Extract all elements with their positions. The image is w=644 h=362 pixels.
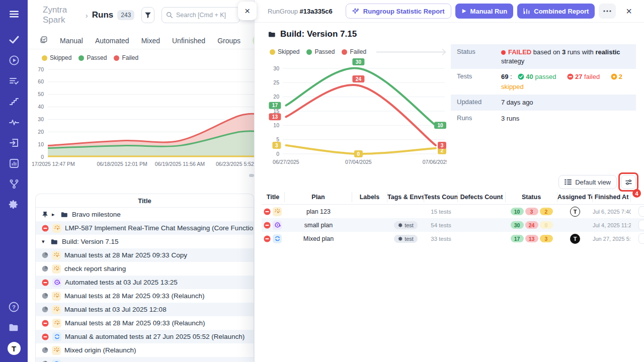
tag-pill[interactable]: test — [394, 235, 418, 243]
menu-icon[interactable] — [8, 8, 20, 20]
search-input[interactable] — [176, 12, 235, 19]
run-list-item[interactable]: check report sharing — [36, 262, 254, 276]
filter-button[interactable] — [141, 7, 154, 23]
svg-text:5: 5 — [276, 136, 279, 142]
failed-status-icon — [264, 208, 271, 215]
row-action-button[interactable] — [638, 206, 644, 217]
tab-manual[interactable]: Manual — [60, 37, 83, 45]
tests-label: Tests — [457, 72, 501, 91]
breadcrumb: Zyntra Spark › Runs 243 — [28, 0, 254, 30]
run-list-item[interactable]: Manual tests at 28 Mar 2025 09:33 Copy — [36, 248, 254, 262]
panel-close-button[interactable]: × — [623, 6, 635, 17]
steps-icon[interactable] — [8, 96, 20, 108]
tab-unfinished[interactable]: Unfinished — [172, 37, 205, 45]
automated-run-icon — [273, 221, 282, 230]
select-all-icon[interactable] — [40, 36, 48, 46]
tests-count: 54 tests — [424, 222, 458, 228]
run-list-item[interactable]: ▸Bravo milestone — [36, 208, 254, 221]
list-check-icon[interactable] — [8, 75, 20, 87]
plan-name[interactable]: plan 123 — [285, 208, 352, 215]
failed-pill: 24 — [525, 221, 538, 229]
legend-item-passed[interactable]: Passed — [78, 54, 107, 61]
svg-text:30: 30 — [273, 65, 279, 71]
column-header-status[interactable]: Status — [506, 192, 557, 202]
panel-close-left-button[interactable]: × — [238, 2, 257, 20]
table-row[interactable]: plan 12315 tests1032TJul 6, 2025 7:40 — [262, 205, 644, 218]
svg-text:10: 10 — [38, 141, 44, 147]
svg-text:3: 3 — [441, 143, 444, 148]
help-icon[interactable]: ? — [8, 301, 20, 313]
user-avatar[interactable]: T — [8, 342, 21, 355]
run-list-item[interactable]: Manual tests at 03 Jul 2025 12:08 — [36, 303, 254, 316]
folder-icon[interactable] — [8, 321, 20, 333]
bar-chart-icon[interactable] — [8, 157, 20, 169]
table-row[interactable]: Mixed plantest33 tests17133TJun 27, 2025… — [262, 232, 644, 245]
svg-text:30: 30 — [356, 59, 362, 65]
legend-item-failed[interactable]: Failed — [342, 48, 366, 55]
updated-label: Updated — [457, 98, 501, 107]
row-action-button[interactable] — [638, 233, 644, 244]
rungroup-details: Status FAILED based on 3 runs with reali… — [451, 44, 636, 126]
column-header-plan[interactable]: Plan — [285, 192, 352, 202]
detail-row-tests: Tests 69 : 40 passed 27 failed 2 skipped — [451, 69, 636, 95]
run-list-item[interactable]: Manual tests at 28 Mar 2025 09:33 (Relau… — [36, 289, 254, 303]
tab-groups[interactable]: Groups — [217, 37, 240, 45]
play-circle-icon[interactable] — [8, 54, 20, 66]
column-header-labels[interactable]: Labels — [352, 192, 387, 202]
svg-text:0: 0 — [357, 151, 360, 157]
pending-status-icon — [42, 347, 48, 353]
rungroup-label: RunGroup — [268, 8, 298, 15]
default-view-button[interactable]: Default view — [558, 175, 617, 189]
activity-icon[interactable] — [8, 116, 20, 128]
scrollbar-thumb[interactable] — [249, 174, 254, 177]
run-list-item[interactable]: Mixed origin (Relaunch) — [36, 343, 254, 357]
column-header-finished-at[interactable]: Finished At — [593, 192, 631, 202]
column-header-defects-count[interactable]: Defects Count — [458, 192, 506, 202]
folder-icon — [268, 30, 276, 39]
legend-item-passed[interactable]: Passed — [306, 48, 335, 55]
tag-pill[interactable]: test — [394, 221, 418, 229]
run-box-icon[interactable] — [8, 137, 20, 149]
manual-run-button[interactable]: Manual Run — [455, 4, 514, 19]
legend-item-skipped[interactable]: Skipped — [42, 54, 71, 61]
assignee-avatar[interactable]: T — [570, 207, 580, 217]
failed-pill: 3 — [525, 208, 538, 215]
legend-item-failed[interactable]: Failed — [114, 54, 138, 61]
run-list-item[interactable] — [36, 357, 254, 362]
svg-text:20: 20 — [38, 129, 44, 135]
runs-label: Runs — [457, 114, 501, 123]
legend-item-skipped[interactable]: Skipped — [270, 48, 299, 55]
failed-status-icon — [42, 333, 49, 340]
tab-automated[interactable]: Automated — [95, 37, 129, 45]
ellipsis-icon — [603, 10, 611, 12]
column-header-tests-count[interactable]: Tests Count — [424, 192, 458, 202]
column-header-assigned-to[interactable]: Assigned To — [557, 192, 593, 202]
columns-settings-wrap: 4 — [621, 175, 636, 189]
assignee-avatar[interactable]: T — [570, 234, 580, 244]
row-action-button[interactable] — [638, 220, 644, 230]
status-label: Status — [457, 48, 501, 65]
column-header-title[interactable]: Title — [262, 192, 285, 202]
columns-settings-button[interactable] — [621, 175, 636, 189]
check-icon[interactable] — [8, 34, 20, 46]
branch-icon[interactable] — [8, 178, 20, 190]
run-list-item[interactable]: ▾Build: Version 7.15 — [36, 235, 254, 248]
breadcrumb-project[interactable]: Zyntra Spark — [43, 5, 82, 25]
gear-icon[interactable] — [8, 199, 20, 211]
statistic-report-button[interactable]: Rungroup Statistic Report — [346, 4, 451, 19]
more-button[interactable] — [599, 4, 616, 19]
run-list-item[interactable]: Automated tests at 03 Jul 2025 13:25 — [36, 276, 254, 289]
tab-mixed[interactable]: Mixed — [141, 37, 160, 45]
run-list-item[interactable]: Manual & automated tests at 27 Jun 2025 … — [36, 330, 254, 343]
table-row[interactable]: small plantest54 tests30240Jul 4, 2025 1… — [262, 218, 644, 232]
column-header-tags-envs[interactable]: Tags & Envs — [387, 192, 424, 202]
combined-report-button[interactable]: Combined Report — [517, 4, 595, 19]
svg-text:?: ? — [12, 304, 16, 310]
run-title: Manual tests at 28 Mar 2025 09:33 (Relau… — [65, 319, 205, 327]
plan-name[interactable]: small plan — [285, 222, 352, 229]
plan-name[interactable]: Mixed plan — [285, 235, 352, 242]
run-list-item[interactable]: Manual tests at 28 Mar 2025 09:33 (Relau… — [36, 316, 254, 330]
app-root: ? T Zyntra Spark › Runs 243 — [0, 0, 644, 362]
run-list-item[interactable]: LMP-587 Implement Real-Time Chat Messagi… — [36, 221, 254, 235]
search-box[interactable] — [162, 7, 240, 23]
